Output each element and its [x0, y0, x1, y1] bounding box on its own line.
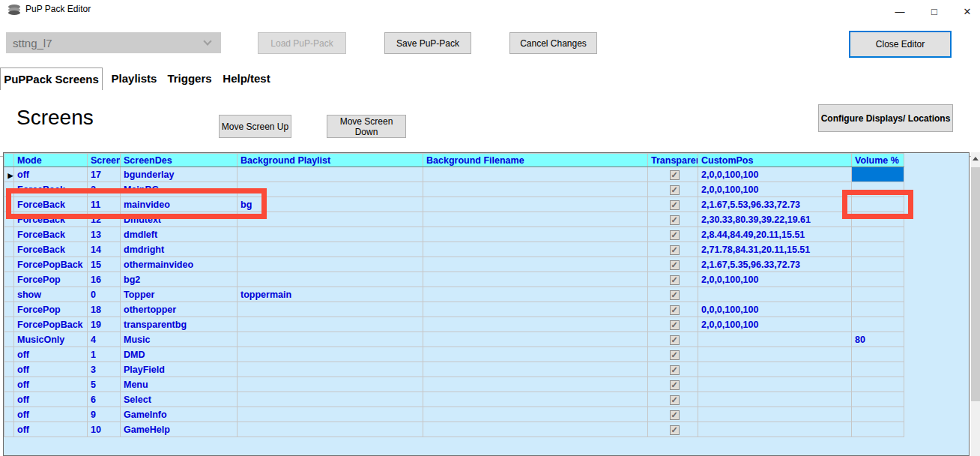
- transparent-checkbox[interactable]: ✓: [670, 350, 680, 360]
- cell-transparent[interactable]: ✓: [648, 407, 698, 422]
- cell-mode[interactable]: off: [14, 377, 88, 392]
- cell-screen-num[interactable]: 0: [88, 287, 121, 302]
- column-header-screenn[interactable]: ScreenN: [88, 154, 121, 167]
- cell-screen-des[interactable]: GameHelp: [121, 422, 238, 437]
- transparent-checkbox[interactable]: ✓: [670, 380, 680, 390]
- column-header-transparent[interactable]: Transparent: [648, 154, 698, 167]
- tab-help-test[interactable]: Help/test: [216, 68, 277, 88]
- cell-background-filename[interactable]: [423, 317, 648, 332]
- cell-custom-pos[interactable]: [698, 347, 852, 362]
- cell-screen-num[interactable]: 6: [88, 392, 121, 407]
- cell-background-playlist[interactable]: [238, 242, 423, 257]
- cell-transparent[interactable]: ✓: [648, 167, 698, 182]
- cell-custom-pos[interactable]: 2,8.44,84.49,20.11,15.51: [698, 227, 852, 242]
- transparent-checkbox[interactable]: ✓: [670, 200, 680, 210]
- cell-screen-des[interactable]: Music: [121, 332, 238, 347]
- cancel-changes-button[interactable]: Cancel Changes: [509, 32, 597, 54]
- cell-volume[interactable]: [852, 317, 904, 332]
- column-header-background-playlist[interactable]: Background Playlist: [238, 154, 423, 167]
- row-selector[interactable]: [4, 302, 14, 317]
- column-header-screendes[interactable]: ScreenDes: [121, 154, 238, 167]
- cell-screen-des[interactable]: bg2: [121, 272, 238, 287]
- cell-custom-pos[interactable]: [698, 362, 852, 377]
- cell-background-filename[interactable]: [423, 227, 648, 242]
- column-header-custompos[interactable]: CustomPos: [698, 154, 852, 167]
- cell-screen-num[interactable]: 1: [88, 347, 121, 362]
- cell-screen-des[interactable]: PlayField: [121, 362, 238, 377]
- tab-triggers[interactable]: Triggers: [166, 68, 214, 88]
- cell-background-playlist[interactable]: [238, 422, 423, 437]
- cell-mode[interactable]: ForcePopBack: [14, 317, 88, 332]
- cell-mode[interactable]: off: [14, 347, 88, 362]
- cell-volume[interactable]: [852, 302, 904, 317]
- row-selector[interactable]: [4, 242, 14, 257]
- cell-background-filename[interactable]: [423, 347, 648, 362]
- cell-transparent[interactable]: ✓: [648, 242, 698, 257]
- cell-mode[interactable]: off: [14, 362, 88, 377]
- cell-screen-num[interactable]: 15: [88, 257, 121, 272]
- cell-background-filename[interactable]: [423, 182, 648, 197]
- row-selector[interactable]: [4, 257, 14, 272]
- cell-background-playlist[interactable]: [238, 317, 423, 332]
- cell-background-filename[interactable]: [423, 197, 648, 212]
- cell-screen-des[interactable]: othermainvideo: [121, 257, 238, 272]
- transparent-checkbox[interactable]: ✓: [670, 260, 680, 270]
- minimize-icon[interactable]: —: [883, 0, 917, 22]
- cell-volume[interactable]: [852, 362, 904, 377]
- cell-background-filename[interactable]: [423, 167, 648, 182]
- cell-custom-pos[interactable]: 2,1.67,5.53,96.33,72.73: [698, 197, 852, 212]
- transparent-checkbox[interactable]: ✓: [670, 365, 680, 375]
- cell-transparent[interactable]: ✓: [648, 332, 698, 347]
- cell-screen-des[interactable]: bgunderlay: [121, 167, 238, 182]
- row-selector[interactable]: [4, 317, 14, 332]
- cell-transparent[interactable]: ✓: [648, 287, 698, 302]
- row-selector[interactable]: [4, 362, 14, 377]
- cell-background-playlist[interactable]: [238, 272, 423, 287]
- cell-custom-pos[interactable]: [698, 332, 852, 347]
- cell-transparent[interactable]: ✓: [648, 257, 698, 272]
- move-screen-down-button[interactable]: Move Screen Down: [327, 115, 406, 138]
- cell-mode[interactable]: off: [14, 167, 88, 182]
- cell-screen-num[interactable]: 9: [88, 407, 121, 422]
- cell-mode[interactable]: off: [14, 407, 88, 422]
- tab-puppack-screens[interactable]: PuPPack Screens: [0, 68, 103, 90]
- cell-transparent[interactable]: ✓: [648, 422, 698, 437]
- cell-volume[interactable]: [852, 407, 904, 422]
- cell-screen-num[interactable]: 14: [88, 242, 121, 257]
- cell-screen-des[interactable]: othertopper: [121, 302, 238, 317]
- tab-playlists[interactable]: Playlists: [105, 68, 163, 88]
- transparent-checkbox[interactable]: ✓: [670, 170, 680, 180]
- cell-background-playlist[interactable]: [238, 167, 423, 182]
- cell-transparent[interactable]: ✓: [648, 317, 698, 332]
- transparent-checkbox[interactable]: ✓: [670, 320, 680, 330]
- cell-background-filename[interactable]: [423, 302, 648, 317]
- cell-custom-pos[interactable]: 2,0,0,100,100: [698, 272, 852, 287]
- scrollbar-thumb[interactable]: [971, 167, 980, 401]
- transparent-checkbox[interactable]: ✓: [670, 215, 680, 225]
- cell-mode[interactable]: ForceBack: [14, 242, 88, 257]
- maximize-icon[interactable]: □: [917, 0, 952, 22]
- cell-background-filename[interactable]: [423, 407, 648, 422]
- cell-volume[interactable]: [852, 287, 904, 302]
- cell-transparent[interactable]: ✓: [648, 302, 698, 317]
- cell-volume[interactable]: [852, 227, 904, 242]
- cell-background-filename[interactable]: [423, 377, 648, 392]
- cell-transparent[interactable]: ✓: [648, 227, 698, 242]
- cell-background-filename[interactable]: [423, 242, 648, 257]
- scroll-up-icon[interactable]: [971, 152, 980, 165]
- cell-background-filename[interactable]: [423, 257, 648, 272]
- configure-displays-button[interactable]: Configure Displays/ Locations: [818, 104, 953, 132]
- cell-background-playlist[interactable]: [238, 392, 423, 407]
- cell-transparent[interactable]: ✓: [648, 347, 698, 362]
- cell-volume[interactable]: [852, 347, 904, 362]
- cell-custom-pos[interactable]: 2,30.33,80.39,39.22,19.61: [698, 212, 852, 227]
- cell-background-filename[interactable]: [423, 332, 648, 347]
- cell-background-playlist[interactable]: [238, 332, 423, 347]
- cell-mode[interactable]: off: [14, 422, 88, 437]
- column-header-mode[interactable]: Mode: [14, 154, 88, 167]
- cell-custom-pos[interactable]: 0,0,0,100,100: [698, 302, 852, 317]
- cell-mode[interactable]: MusicOnly: [14, 332, 88, 347]
- cell-volume[interactable]: [852, 272, 904, 287]
- cell-screen-des[interactable]: Menu: [121, 377, 238, 392]
- cell-transparent[interactable]: ✓: [648, 362, 698, 377]
